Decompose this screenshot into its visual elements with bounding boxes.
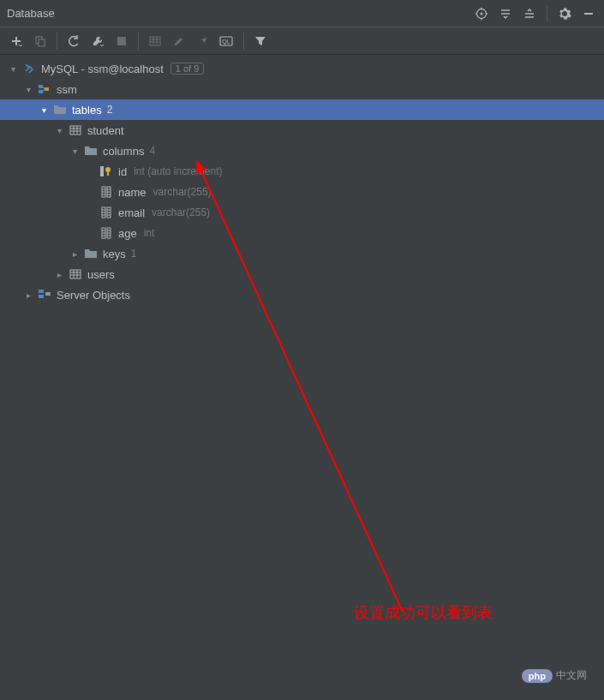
table-student-label: student	[87, 124, 124, 137]
column-id-type: int (auto increment)	[134, 165, 222, 177]
svg-text:QL: QL	[222, 39, 230, 45]
table-icon	[69, 267, 82, 281]
chevron-down-icon[interactable]: ▾	[7, 63, 19, 75]
gear-icon[interactable]	[556, 5, 573, 22]
table-users-label: users	[87, 268, 115, 281]
folder-icon	[84, 247, 98, 260]
query-console-button[interactable]: QL	[218, 32, 236, 51]
column-id-label: id	[118, 165, 127, 178]
svg-rect-25	[45, 87, 49, 91]
svg-rect-24	[39, 90, 43, 93]
svg-rect-65	[39, 290, 44, 293]
chevron-right-icon[interactable]: ▸	[22, 289, 34, 301]
svg-rect-33	[100, 166, 104, 176]
svg-rect-15	[117, 37, 126, 45]
columns-folder-node[interactable]: ▾ columns 4	[0, 141, 604, 161]
folder-icon	[84, 144, 98, 158]
database-toolbar: QL	[0, 27, 604, 55]
table-icon	[69, 123, 82, 137]
datasource-node[interactable]: ▾ MySQL - ssm@localhost 1 of 9	[0, 58, 604, 79]
chevron-down-icon[interactable]: ▾	[38, 104, 50, 116]
datasource-count-badge: 1 of 9	[170, 63, 205, 75]
database-tree[interactable]: ▾ MySQL - ssm@localhost 1 of 9 ▾ ssm ▾ t…	[0, 55, 604, 700]
edit-button	[170, 32, 188, 51]
watermark: php 中文网	[522, 668, 587, 683]
chevron-right-icon[interactable]: ▸	[53, 268, 65, 280]
column-icon	[99, 206, 113, 219]
separator	[138, 33, 139, 50]
keys-label: keys	[103, 248, 126, 260]
separator	[243, 33, 244, 50]
tables-label: tables	[72, 104, 102, 117]
svg-point-1	[481, 12, 483, 15]
svg-rect-23	[39, 85, 43, 88]
svg-rect-35	[107, 171, 109, 176]
svg-rect-67	[45, 292, 51, 296]
svg-rect-10	[584, 13, 593, 15]
separator	[57, 33, 57, 50]
column-age-type: int	[144, 227, 155, 239]
columns-count: 4	[149, 145, 155, 157]
server-objects-label: Server Objects	[57, 289, 130, 302]
chevron-down-icon[interactable]: ▾	[69, 145, 81, 157]
column-age-label: age	[118, 227, 137, 240]
add-button[interactable]	[7, 32, 26, 51]
column-icon	[99, 185, 113, 199]
chevron-down-icon[interactable]: ▾	[22, 83, 34, 95]
svg-line-27	[43, 89, 45, 92]
header-actions	[473, 5, 597, 22]
target-icon[interactable]	[473, 5, 490, 22]
keys-folder-node[interactable]: ▸ keys 1	[0, 243, 604, 264]
columns-label: columns	[103, 145, 144, 158]
copy-button	[31, 32, 50, 51]
datasource-label: MySQL - ssm@localhost	[41, 63, 164, 75]
server-objects-icon	[38, 288, 51, 302]
pk-column-icon	[99, 165, 113, 178]
jump-button	[194, 32, 212, 51]
tables-folder-node[interactable]: ▾ tables 2	[0, 99, 604, 120]
column-node-email[interactable]: ▾ email varchar(255)	[0, 202, 604, 223]
svg-rect-66	[39, 295, 44, 298]
folder-icon	[53, 103, 67, 117]
svg-rect-28	[70, 126, 81, 135]
annotation-text: 设置成功可以看到表	[354, 602, 493, 623]
server-objects-node[interactable]: ▸ Server Objects	[0, 284, 604, 305]
wrench-button[interactable]	[88, 32, 107, 51]
table-editor-button	[146, 32, 164, 51]
column-email-type: varchar(255)	[152, 206, 210, 218]
database-panel-header: Database	[0, 0, 604, 27]
separator	[547, 6, 547, 21]
column-email-label: email	[118, 206, 145, 219]
panel-title: Database	[7, 7, 55, 20]
collapse-all-icon[interactable]	[521, 5, 538, 22]
table-node-users[interactable]: ▸ users	[0, 264, 604, 284]
datasource-icon	[22, 62, 36, 75]
stop-button	[112, 32, 131, 51]
column-node-age[interactable]: ▾ age int	[0, 223, 604, 243]
column-icon	[99, 226, 113, 240]
chevron-right-icon[interactable]: ▸	[69, 248, 81, 260]
table-node-student[interactable]: ▾ student	[0, 120, 604, 141]
schema-node[interactable]: ▾ ssm	[0, 79, 604, 99]
svg-rect-14	[39, 39, 45, 46]
filter-button[interactable]	[251, 32, 270, 51]
schema-label: ssm	[57, 83, 77, 96]
svg-line-26	[43, 87, 45, 89]
svg-rect-16	[150, 37, 160, 45]
watermark-badge: php	[522, 669, 553, 683]
svg-rect-60	[70, 270, 81, 278]
column-node-id[interactable]: ▾ id int (auto increment)	[0, 161, 604, 182]
keys-count: 1	[131, 248, 137, 260]
chevron-down-icon[interactable]: ▾	[53, 124, 65, 136]
refresh-button[interactable]	[64, 32, 83, 51]
column-name-type: varchar(255)	[153, 186, 212, 198]
schema-icon	[38, 82, 51, 96]
minimize-icon[interactable]	[580, 5, 597, 22]
tables-count: 2	[107, 104, 113, 116]
column-node-name[interactable]: ▾ name varchar(255)	[0, 182, 604, 202]
watermark-text: 中文网	[556, 668, 587, 683]
expand-all-icon[interactable]	[497, 5, 514, 22]
column-name-label: name	[118, 186, 147, 199]
